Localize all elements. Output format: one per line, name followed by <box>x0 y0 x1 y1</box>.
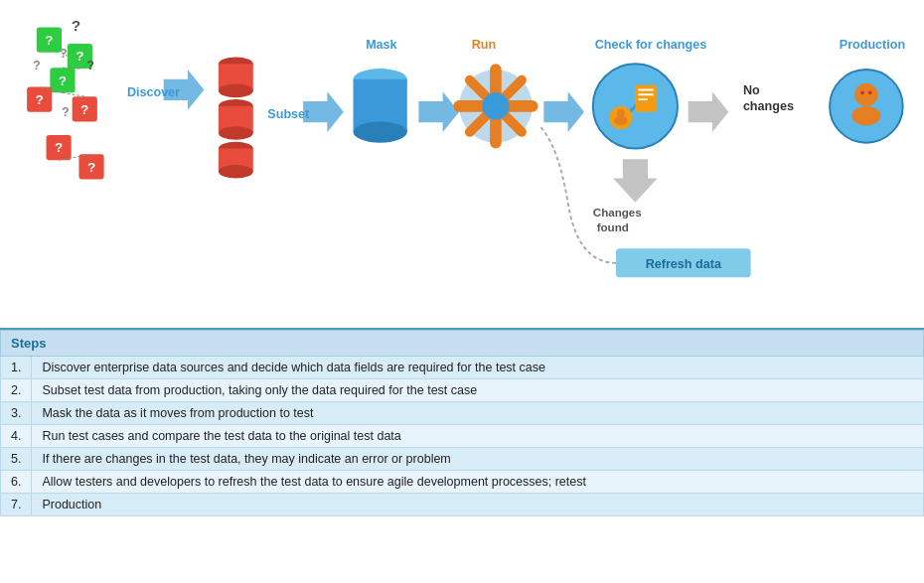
table-row: 6.Allow testers and developers to refres… <box>1 471 924 494</box>
svg-text:?: ? <box>80 102 88 117</box>
steps-header: Steps <box>1 331 924 357</box>
svg-text:?: ? <box>55 140 63 155</box>
step-text: Subset test data from production, taking… <box>32 379 924 402</box>
svg-text:?: ? <box>36 92 44 107</box>
svg-point-30 <box>219 126 253 140</box>
no-changes-label: No <box>743 83 760 97</box>
step-number: 5. <box>1 448 32 471</box>
svg-text:changes: changes <box>743 99 794 113</box>
step-number: 1. <box>1 357 32 379</box>
step-number: 4. <box>1 425 32 448</box>
table-row: 1.Discover enterprise data sources and d… <box>1 357 924 379</box>
svg-point-44 <box>482 92 509 119</box>
refresh-data-button[interactable]: Refresh data <box>646 257 722 271</box>
step-number: 3. <box>1 402 32 425</box>
svg-point-60 <box>851 106 880 125</box>
mask-label: Mask <box>366 38 396 52</box>
step-number: 2. <box>1 379 32 402</box>
changes-found-label: Changes <box>593 206 642 219</box>
table-row: 2.Subset test data from production, taki… <box>1 379 924 402</box>
svg-point-27 <box>219 84 253 98</box>
svg-marker-56 <box>689 91 729 132</box>
run-label: Run <box>472 38 496 52</box>
svg-marker-45 <box>543 91 584 132</box>
diagram-area: ? ? ? ? ? ? ? ? ? ? ? ? Discover <box>0 0 924 328</box>
svg-rect-54 <box>638 93 654 95</box>
step-text: If there are changes in the test data, t… <box>32 448 924 471</box>
svg-text:?: ? <box>33 59 41 73</box>
table-row: 4.Run test cases and compare the test da… <box>1 425 924 448</box>
svg-text:found: found <box>597 220 629 233</box>
table-row: 5.If there are changes in the test data,… <box>1 448 924 471</box>
steps-table: Steps 1.Discover enterprise data sources… <box>0 330 924 516</box>
step-text: Production <box>32 494 924 516</box>
svg-text:?: ? <box>59 73 67 88</box>
step-text: Allow testers and developers to refresh … <box>32 471 924 494</box>
svg-text:?: ? <box>86 59 94 73</box>
steps-table-area: Steps 1.Discover enterprise data sources… <box>0 328 924 516</box>
svg-text:?: ? <box>62 105 70 119</box>
svg-point-51 <box>617 109 625 117</box>
svg-point-59 <box>854 83 877 106</box>
svg-point-37 <box>354 121 407 142</box>
svg-point-50 <box>614 116 628 126</box>
svg-rect-53 <box>638 88 654 90</box>
svg-marker-38 <box>418 91 459 132</box>
step-text: Mask the data as it moves from productio… <box>32 402 924 425</box>
svg-marker-63 <box>613 159 658 203</box>
table-row: 3.Mask the data as it moves from product… <box>1 402 924 425</box>
svg-rect-55 <box>638 98 648 100</box>
production-label: Production <box>840 38 905 52</box>
step-text: Discover enterprise data sources and dec… <box>32 357 924 379</box>
svg-text:?: ? <box>72 17 80 34</box>
svg-text:?: ? <box>45 33 53 48</box>
table-row: 7.Production <box>1 494 924 516</box>
step-number: 7. <box>1 494 32 516</box>
svg-line-22 <box>63 92 84 96</box>
check-for-changes-label: Check for changes <box>595 38 707 52</box>
svg-marker-24 <box>164 70 205 110</box>
svg-marker-34 <box>303 91 344 132</box>
svg-text:?: ? <box>87 160 95 175</box>
svg-point-33 <box>219 165 253 179</box>
svg-point-62 <box>868 90 872 94</box>
workflow-diagram: ? ? ? ? ? ? ? ? ? ? ? ? Discover <box>10 10 914 318</box>
step-text: Run test cases and compare the test data… <box>32 425 924 448</box>
svg-point-61 <box>860 90 864 94</box>
svg-text:?: ? <box>76 49 83 64</box>
step-number: 6. <box>1 471 32 494</box>
